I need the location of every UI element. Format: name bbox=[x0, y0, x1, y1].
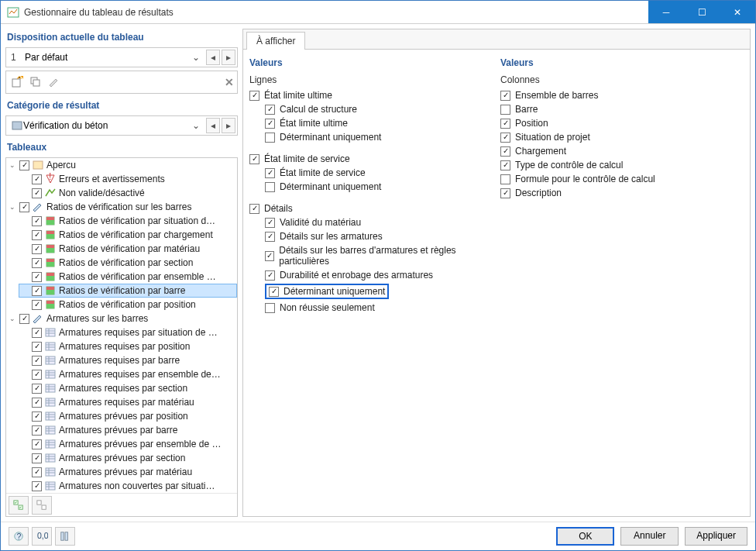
tree-item[interactable]: Armatures prévues par barre bbox=[19, 423, 237, 437]
expander-icon[interactable] bbox=[20, 398, 29, 407]
checkbox-option[interactable]: Déterminant uniquement bbox=[249, 282, 493, 301]
expander-icon[interactable]: ⌄ bbox=[8, 202, 17, 212]
checkbox-option[interactable]: Déterminant uniquement bbox=[249, 180, 493, 194]
checkbox[interactable] bbox=[32, 258, 42, 268]
checkbox-option[interactable]: Durabilité et enrobage des armatures bbox=[249, 268, 493, 282]
units-button[interactable]: 0,00 bbox=[32, 527, 52, 546]
expander-icon[interactable] bbox=[20, 230, 29, 239]
cancel-button[interactable]: Annuler bbox=[620, 527, 679, 546]
checkbox[interactable] bbox=[500, 174, 510, 184]
checkbox[interactable] bbox=[32, 216, 42, 226]
checkbox[interactable] bbox=[32, 286, 42, 296]
layout-prev-button[interactable]: ◂ bbox=[206, 50, 220, 65]
expander-icon[interactable] bbox=[20, 481, 29, 491]
category-combo[interactable]: Vérification du béton ⌄ bbox=[8, 118, 204, 133]
checkbox[interactable] bbox=[265, 119, 275, 129]
checkbox-option[interactable]: Description bbox=[500, 186, 744, 200]
checkbox-option[interactable]: Ensemble de barres bbox=[500, 88, 744, 102]
help-button[interactable]: ? bbox=[9, 527, 29, 546]
expander-icon[interactable] bbox=[20, 467, 29, 477]
apply-button[interactable]: Appliquer bbox=[685, 527, 747, 546]
copy-layout-button[interactable] bbox=[27, 74, 44, 91]
checkbox[interactable] bbox=[265, 232, 275, 242]
tree-item[interactable]: Ratios de vérification par ensemble … bbox=[19, 270, 237, 284]
expander-icon[interactable] bbox=[20, 439, 29, 449]
tab-display[interactable]: À afficher bbox=[246, 32, 305, 50]
tree-item[interactable]: Armatures prévues par section bbox=[19, 451, 237, 465]
check-all-button[interactable] bbox=[9, 496, 29, 515]
checkbox[interactable] bbox=[249, 154, 259, 164]
checkbox-option[interactable]: Barre bbox=[500, 102, 744, 116]
minimize-button[interactable]: ─ bbox=[648, 1, 684, 23]
checkbox[interactable] bbox=[32, 425, 42, 436]
expander-icon[interactable] bbox=[20, 174, 29, 184]
checkbox[interactable] bbox=[32, 453, 42, 463]
expander-icon[interactable] bbox=[20, 453, 29, 463]
checkbox[interactable] bbox=[500, 146, 510, 157]
checkbox-option[interactable]: Formule pour le contrôle de calcul bbox=[500, 172, 744, 186]
checkbox-option[interactable]: Chargement bbox=[500, 144, 744, 158]
category-prev-button[interactable]: ◂ bbox=[206, 118, 220, 133]
tree-item[interactable]: ⌄Armatures sur les barres bbox=[6, 312, 237, 325]
tree-item[interactable]: Ratios de vérification par situation d… bbox=[19, 214, 237, 228]
checkbox-option[interactable]: État limite de service bbox=[249, 152, 493, 166]
checkbox[interactable] bbox=[32, 481, 42, 491]
tree-item[interactable]: Ratios de vérification par barre bbox=[19, 284, 237, 298]
checkbox[interactable] bbox=[32, 342, 42, 352]
columns-config-button[interactable] bbox=[55, 527, 75, 546]
expander-icon[interactable] bbox=[20, 342, 29, 351]
checkbox[interactable] bbox=[32, 356, 42, 366]
expander-icon[interactable] bbox=[20, 188, 29, 198]
rename-layout-button[interactable] bbox=[46, 74, 63, 91]
checkbox[interactable] bbox=[249, 204, 259, 214]
checkbox[interactable] bbox=[32, 300, 42, 310]
expander-icon[interactable] bbox=[20, 216, 29, 226]
checkbox-option[interactable]: Détails sur les barres d'armatures et rè… bbox=[249, 243, 493, 268]
tree-item[interactable]: Armatures requises par barre bbox=[19, 353, 237, 367]
checkbox[interactable] bbox=[32, 328, 42, 338]
tree-item[interactable]: Armatures requises par position bbox=[19, 339, 237, 353]
new-layout-button[interactable]: ✦ bbox=[9, 74, 26, 91]
checkbox[interactable] bbox=[500, 105, 510, 115]
checkbox[interactable] bbox=[32, 174, 42, 184]
tree-item[interactable]: Armatures non couvertes par situati… bbox=[19, 479, 237, 493]
checkbox-option[interactable]: Situation de projet bbox=[500, 130, 744, 144]
checkbox[interactable] bbox=[32, 188, 42, 198]
tree-item[interactable]: Armatures prévues par ensemble de … bbox=[19, 437, 237, 451]
checkbox-option[interactable]: Position bbox=[500, 116, 744, 130]
checkbox[interactable] bbox=[32, 370, 42, 380]
checkbox[interactable] bbox=[32, 439, 42, 449]
expander-icon[interactable] bbox=[20, 384, 29, 393]
tree-item[interactable]: !Erreurs et avertissements bbox=[19, 172, 237, 186]
checkbox[interactable] bbox=[269, 287, 279, 297]
checkbox[interactable] bbox=[265, 105, 275, 115]
tree-item[interactable]: Armatures requises par section bbox=[19, 381, 237, 395]
tree-item[interactable]: Ratios de vérification par chargement bbox=[19, 228, 237, 242]
expander-icon[interactable] bbox=[20, 244, 29, 253]
expander-icon[interactable] bbox=[20, 412, 29, 421]
checkbox[interactable] bbox=[32, 384, 42, 394]
tree-item[interactable]: Armatures requises par matériau bbox=[19, 395, 237, 409]
checkbox-option[interactable]: État limite ultime bbox=[249, 116, 493, 130]
checkbox-option[interactable]: Type de contrôle de calcul bbox=[500, 158, 744, 172]
checkbox[interactable] bbox=[32, 230, 42, 240]
maximize-button[interactable]: ☐ bbox=[684, 1, 720, 23]
tables-tree[interactable]: ⌄Apercu!Erreurs et avertissementsNon val… bbox=[5, 157, 238, 517]
checkbox[interactable] bbox=[265, 303, 275, 313]
uncheck-all-button[interactable] bbox=[32, 496, 52, 515]
checkbox[interactable] bbox=[32, 272, 42, 282]
checkbox[interactable] bbox=[265, 168, 275, 178]
tree-item[interactable]: Ratios de vérification par section bbox=[19, 256, 237, 270]
checkbox-option[interactable]: État limite de service bbox=[249, 166, 493, 180]
expander-icon[interactable] bbox=[20, 258, 29, 267]
delete-layout-button[interactable]: ✕ bbox=[218, 74, 235, 91]
tree-item[interactable]: Armatures prévues par position bbox=[19, 409, 237, 423]
tree-item[interactable]: Armatures requises par situation de … bbox=[19, 325, 237, 339]
expander-icon[interactable] bbox=[20, 286, 29, 295]
checkbox[interactable] bbox=[500, 119, 510, 129]
ok-button[interactable]: OK bbox=[556, 527, 614, 546]
checkbox[interactable] bbox=[500, 91, 510, 101]
checkbox-option[interactable]: Détails sur les armatures bbox=[249, 229, 493, 243]
expander-icon[interactable] bbox=[20, 272, 29, 281]
expander-icon[interactable] bbox=[20, 356, 29, 365]
